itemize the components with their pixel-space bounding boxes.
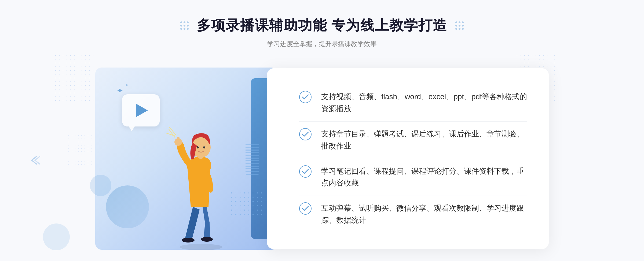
illustration-card: ✦ ✦ [95, 68, 278, 250]
page-main-title: 多项录播课辅助功能 专为线上教学打造 [197, 16, 447, 35]
feature-item-1: 支持视频、音频、flash、word、excel、ppt、pdf等各种格式的资源… [299, 84, 527, 122]
play-bubble-bg [122, 94, 160, 126]
svg-point-10 [204, 147, 205, 147]
page-subtitle: 学习进度全掌握，提升录播课教学效果 [0, 40, 644, 48]
left-dot-grid-icon [180, 21, 189, 30]
feature-item-2: 支持章节目录、弹题考试、课后练习、课后作业、章节测验、批改作业 [299, 122, 527, 159]
features-card: 支持视频、音频、flash、word、excel、ppt、pdf等各种格式的资源… [267, 68, 549, 249]
svg-point-0 [180, 244, 222, 250]
feature-item-4: 互动弹幕、试听购买、微信分享、观看次数限制、学习进度跟踪、数据统计 [299, 196, 527, 233]
svg-rect-4 [177, 137, 180, 143]
feature-text-2: 支持章节目录、弹题考试、课后练习、课后作业、章节测验、批改作业 [321, 128, 527, 152]
check-circle-3 [299, 165, 312, 178]
bg-dots-decoration-left [54, 54, 97, 102]
check-circle-1 [299, 91, 312, 103]
header-section: 多项录播课辅助功能 专为线上教学打造 学习进度全掌握，提升录播课教学效果 [0, 0, 644, 56]
feature-item-3: 学习笔记回看、课程提问、课程评论打分、课件资料下载，重点内容收藏 [299, 159, 527, 196]
page-container: 多项录播课辅助功能 专为线上教学打造 学习进度全掌握，提升录播课教学效果 [0, 0, 644, 261]
content-area: ✦ ✦ [0, 56, 644, 261]
feature-text-1: 支持视频、音频、flash、word、excel、ppt、pdf等各种格式的资源… [321, 91, 527, 115]
svg-point-8 [198, 147, 199, 147]
svg-point-1 [182, 238, 195, 243]
check-circle-2 [299, 128, 312, 140]
sparkle-small-icon: ✦ [125, 82, 129, 88]
bg-dots-decoration-left2 [67, 134, 94, 166]
svg-point-2 [201, 237, 213, 242]
check-circle-4 [299, 202, 312, 215]
header-decorators: 多项录播课辅助功能 专为线上教学打造 [0, 16, 644, 35]
circle-blue-small [90, 175, 111, 196]
play-bubble [122, 94, 165, 132]
feature-text-3: 学习笔记回看、课程提问、课程评论打分、课件资料下载，重点内容收藏 [321, 165, 527, 189]
chevron-left-icon [29, 155, 42, 167]
feature-text-4: 互动弹幕、试听购买、微信分享、观看次数限制、学习进度跟踪、数据统计 [321, 202, 527, 226]
sparkle-icon: ✦ [117, 86, 123, 95]
striped-decoration [246, 143, 259, 175]
play-triangle-icon [136, 104, 148, 117]
right-dot-grid-icon [455, 21, 464, 30]
deco-circle-bottom [43, 223, 70, 250]
circle-blue-large [106, 185, 149, 228]
person-illustration [161, 110, 247, 250]
